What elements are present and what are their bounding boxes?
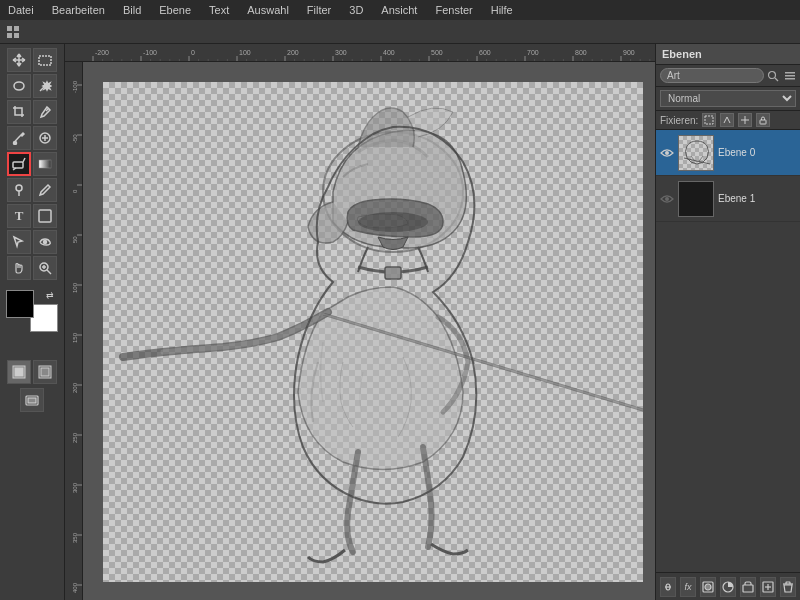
left-toolbar: T <box>0 44 65 600</box>
fix-row: Fixieren: <box>656 111 800 130</box>
gradient-tool[interactable] <box>33 152 57 176</box>
svg-text:400: 400 <box>72 582 78 593</box>
pen-tool[interactable] <box>33 178 57 202</box>
svg-rect-3 <box>14 33 19 38</box>
svg-rect-136 <box>785 75 795 77</box>
fix-transparency-icon[interactable] <box>702 113 716 127</box>
svg-rect-4 <box>39 56 51 65</box>
layer-1-thumbnail <box>678 181 714 217</box>
fix-lock-icon[interactable] <box>756 113 770 127</box>
zoom-tool[interactable] <box>33 256 57 280</box>
menu-ansicht[interactable]: Ansicht <box>378 3 420 17</box>
warp-tool[interactable] <box>33 230 57 254</box>
svg-rect-137 <box>785 78 795 80</box>
layers-panel-menu-icon[interactable] <box>784 70 796 82</box>
shape-tool[interactable] <box>33 204 57 228</box>
tool-row-7: T <box>7 204 57 228</box>
tool-row-screen <box>20 388 44 412</box>
lasso-tool[interactable] <box>7 74 31 98</box>
layers-list: Ebene 0 Ebene 1 <box>656 130 800 572</box>
svg-text:200: 200 <box>287 49 299 56</box>
text-tool[interactable]: T <box>7 204 31 228</box>
blend-mode-select[interactable]: Normal Auflösen Abdunkeln Multiplizieren… <box>660 90 796 107</box>
menu-filter[interactable]: Filter <box>304 3 334 17</box>
layer-group-button[interactable] <box>740 577 756 597</box>
svg-text:250: 250 <box>72 432 78 443</box>
ruler-left: -100-50050100150200250300350400 <box>65 62 83 600</box>
svg-point-5 <box>14 82 24 90</box>
tool-row-mask <box>7 360 57 384</box>
layer-item-1[interactable]: Ebene 1 <box>656 176 800 222</box>
layer-adjustment-button[interactable] <box>720 577 736 597</box>
screen-mode-button[interactable] <box>20 388 44 412</box>
svg-rect-23 <box>15 368 23 376</box>
layers-panel: Ebenen Normal Auflösen Abdunkeln Multipl… <box>655 44 800 600</box>
tool-row-3 <box>7 100 57 124</box>
layers-panel-title: Ebenen <box>656 44 800 65</box>
layer-item-0[interactable]: Ebene 0 <box>656 130 800 176</box>
menu-bild[interactable]: Bild <box>120 3 144 17</box>
background-color[interactable] <box>30 304 58 332</box>
path-select-tool[interactable] <box>7 230 31 254</box>
layer-delete-button[interactable] <box>780 577 796 597</box>
tool-row-2 <box>7 74 57 98</box>
dodge-tool[interactable] <box>7 178 31 202</box>
menu-ebene[interactable]: Ebene <box>156 3 194 17</box>
svg-text:300: 300 <box>335 49 347 56</box>
menu-fenster[interactable]: Fenster <box>432 3 475 17</box>
eyedropper-tool[interactable] <box>33 100 57 124</box>
fix-paint-icon[interactable] <box>720 113 734 127</box>
svg-text:350: 350 <box>72 532 78 543</box>
layers-search-input[interactable] <box>660 68 764 83</box>
eraser-tool[interactable] <box>7 152 31 176</box>
quick-mask-off[interactable] <box>7 360 31 384</box>
hand-tool[interactable] <box>7 256 31 280</box>
svg-rect-28 <box>83 44 655 62</box>
menu-3d[interactable]: 3D <box>346 3 366 17</box>
swap-colors-button[interactable]: ⇄ <box>46 290 58 302</box>
fix-position-icon[interactable] <box>738 113 752 127</box>
quick-mask-on[interactable] <box>33 360 57 384</box>
svg-point-128 <box>358 212 428 232</box>
layer-0-visibility-eye[interactable] <box>660 146 674 160</box>
select-rect-tool[interactable] <box>33 48 57 72</box>
menu-datei[interactable]: Datei <box>5 3 37 17</box>
layer-1-visibility-eye[interactable] <box>660 192 674 206</box>
menu-bearbeiten[interactable]: Bearbeiten <box>49 3 108 17</box>
healing-tool[interactable] <box>33 126 57 150</box>
tool-row-8 <box>7 230 57 254</box>
svg-text:0: 0 <box>191 49 195 56</box>
menu-auswahl[interactable]: Auswahl <box>244 3 292 17</box>
drawing-canvas[interactable] <box>83 62 655 600</box>
brush-tool[interactable] <box>7 126 31 150</box>
crop-tool[interactable] <box>7 100 31 124</box>
tool-row-5 <box>7 152 57 176</box>
magic-wand-tool[interactable] <box>33 74 57 98</box>
svg-text:-50: -50 <box>72 134 78 143</box>
layer-0-thumbnail <box>678 135 714 171</box>
svg-rect-0 <box>7 26 12 31</box>
move-tool[interactable] <box>7 48 31 72</box>
menu-hilfe[interactable]: Hilfe <box>488 3 516 17</box>
layer-add-button[interactable] <box>760 577 776 597</box>
layer-mask-button[interactable] <box>700 577 716 597</box>
svg-point-143 <box>665 197 669 201</box>
layer-fx-button[interactable]: fx <box>680 577 696 597</box>
layer-0-name: Ebene 0 <box>718 147 755 158</box>
svg-text:100: 100 <box>72 282 78 293</box>
tool-row-9 <box>7 256 57 280</box>
svg-text:-100: -100 <box>72 80 78 93</box>
svg-text:700: 700 <box>527 49 539 56</box>
fix-label: Fixieren: <box>660 115 698 126</box>
svg-line-134 <box>775 78 778 81</box>
svg-rect-16 <box>39 210 51 222</box>
svg-text:150: 150 <box>72 332 78 343</box>
svg-rect-148 <box>743 585 753 592</box>
svg-rect-13 <box>39 160 51 168</box>
tool-row-4 <box>7 126 57 150</box>
menu-text[interactable]: Text <box>206 3 232 17</box>
foreground-color[interactable] <box>6 290 34 318</box>
layer-link-button[interactable] <box>660 577 676 597</box>
svg-text:500: 500 <box>431 49 443 56</box>
svg-rect-138 <box>705 116 713 124</box>
